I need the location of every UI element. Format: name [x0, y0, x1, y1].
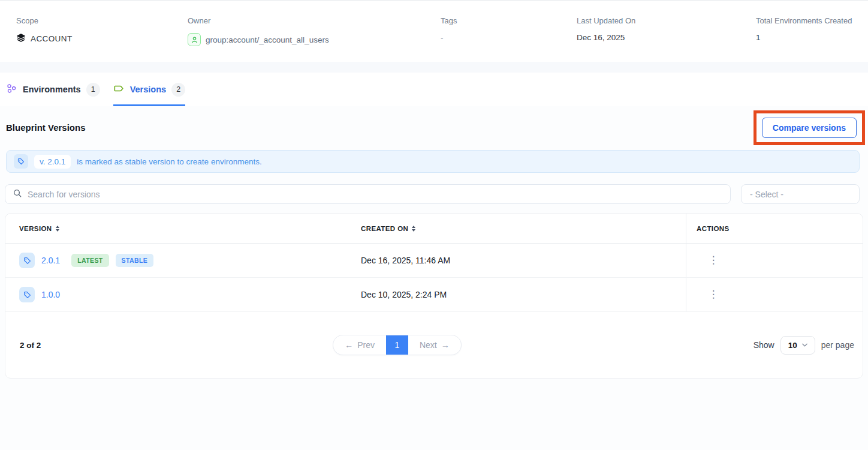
pagination-row: 2 of 2 ← Prev 1 Next → Show 10 per page	[5, 312, 863, 378]
actions-cell: ⋮	[686, 244, 863, 277]
pager: ← Prev 1 Next →	[333, 335, 462, 355]
version-link[interactable]: 1.0.0	[41, 290, 60, 299]
page-number-button[interactable]: 1	[386, 335, 408, 355]
tab-versions-count: 2	[171, 83, 185, 97]
sort-icon[interactable]	[56, 226, 59, 232]
blueprint-summary-header: Scope ACCOUNT Owner group:account/_accou…	[0, 0, 868, 62]
hexagons-icon	[6, 83, 17, 97]
actions-cell: ⋮	[686, 278, 863, 311]
arrow-right-icon: →	[441, 340, 450, 350]
tab-bar: Environments 1 Versions 2	[0, 73, 868, 106]
created-on-cell: Dec 16, 2025, 11:46 AM	[356, 244, 686, 277]
stable-badge: STABLE	[116, 254, 154, 267]
row-actions-kebab-icon[interactable]: ⋮	[706, 287, 721, 302]
filter-select[interactable]: - Select -	[741, 184, 860, 204]
table-row: 2.0.1 LATEST STABLE Dec 16, 2025, 11:46 …	[5, 244, 863, 278]
table-header-row: VERSION CREATED ON ACTIONS	[5, 214, 863, 244]
tag-icon	[14, 154, 28, 169]
latest-badge: LATEST	[71, 254, 108, 267]
stable-version-pill: v. 2.0.1	[34, 155, 71, 169]
user-icon	[188, 33, 201, 46]
prev-page-button[interactable]: ← Prev	[333, 335, 386, 355]
created-on-cell: Dec 10, 2025, 2:24 PM	[356, 278, 686, 311]
page-size-controls: Show 10 per page	[754, 336, 854, 355]
per-page-label: per page	[821, 340, 854, 350]
column-header-actions: ACTIONS	[686, 214, 863, 243]
tab-environments[interactable]: Environments 1	[6, 73, 100, 106]
tag-icon	[19, 253, 35, 268]
column-header-created-on[interactable]: CREATED ON	[356, 214, 686, 243]
total-environments-label: Total Environments Created	[756, 16, 868, 25]
last-updated-value: Dec 16, 2025	[577, 33, 756, 42]
arrow-left-icon: ←	[345, 340, 353, 350]
tag-icon	[19, 287, 35, 302]
page-size-select[interactable]: 10	[780, 336, 815, 355]
search-icon	[13, 188, 22, 200]
results-count: 2 of 2	[20, 341, 41, 350]
versions-table-card: VERSION CREATED ON ACTIONS 2.0.1	[5, 213, 863, 379]
filters-row: - Select -	[5, 184, 860, 204]
tag-outline-icon	[113, 83, 125, 97]
search-input[interactable]	[28, 190, 723, 199]
table-row: 1.0.0 Dec 10, 2025, 2:24 PM ⋮	[5, 278, 863, 312]
version-cell: 2.0.1 LATEST STABLE	[5, 244, 356, 277]
scope-value: ACCOUNT	[16, 33, 188, 44]
tab-environments-label: Environments	[23, 85, 81, 94]
summary-field-total-environments: Total Environments Created 1	[756, 16, 868, 62]
summary-field-tags: Tags -	[441, 16, 577, 62]
versions-section: Blueprint Versions Compare versions v. 2…	[0, 106, 868, 450]
compare-versions-button[interactable]: Compare versions	[762, 118, 857, 138]
banner-message: is marked as stable version to create en…	[77, 157, 261, 166]
next-page-button[interactable]: Next →	[408, 335, 461, 355]
tab-environments-count: 1	[86, 83, 100, 97]
scope-label: Scope	[16, 16, 188, 25]
layers-icon	[16, 33, 26, 44]
tab-versions[interactable]: Versions 2	[113, 73, 185, 106]
tab-versions-label: Versions	[130, 85, 166, 94]
sort-icon[interactable]	[412, 226, 415, 232]
tags-label: Tags	[441, 16, 577, 25]
version-link[interactable]: 2.0.1	[41, 256, 60, 265]
total-environments-value: 1	[756, 33, 868, 42]
summary-field-scope: Scope ACCOUNT	[16, 16, 188, 62]
page-title: Blueprint Versions	[6, 122, 86, 133]
owner-label: Owner	[188, 16, 441, 25]
search-box	[5, 184, 731, 204]
stable-version-banner: v. 2.0.1 is marked as stable version to …	[6, 150, 860, 173]
version-cell: 1.0.0	[5, 278, 356, 311]
section-header: Blueprint Versions Compare versions	[0, 106, 868, 149]
last-updated-label: Last Updated On	[577, 16, 756, 25]
tags-value: -	[441, 33, 577, 42]
summary-field-last-updated: Last Updated On Dec 16, 2025	[577, 16, 756, 62]
annotation-highlight-box: Compare versions	[754, 110, 865, 145]
owner-value: group:account/_account_all_users	[188, 33, 441, 46]
summary-field-owner: Owner group:account/_account_all_users	[188, 16, 441, 62]
show-label: Show	[754, 340, 774, 350]
row-actions-kebab-icon[interactable]: ⋮	[706, 253, 721, 268]
chevron-down-icon	[802, 343, 807, 347]
column-header-version[interactable]: VERSION	[5, 214, 356, 243]
